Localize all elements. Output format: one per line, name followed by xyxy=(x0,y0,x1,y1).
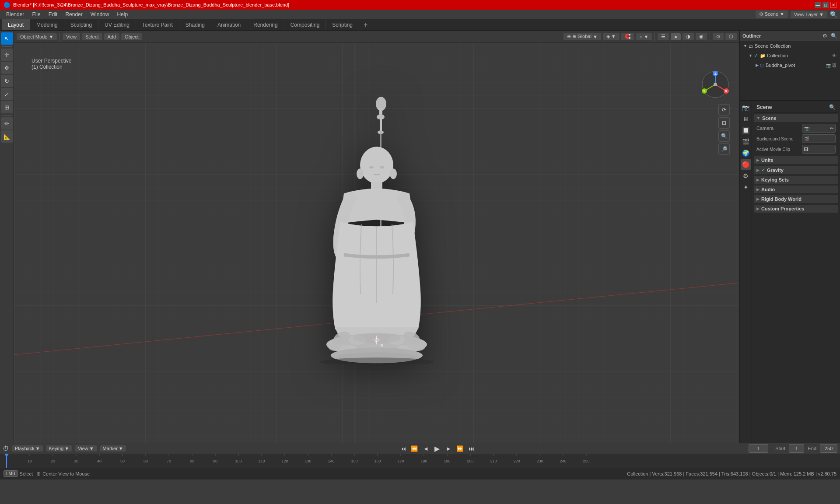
view-layer-dropdown[interactable]: View Layer ▼ xyxy=(791,11,827,18)
menu-help[interactable]: Help xyxy=(113,10,131,18)
3d-viewport[interactable]: User Perspective (1) Collection xyxy=(14,43,739,443)
audio-section: ▶ Audio xyxy=(754,186,838,193)
next-keyframe-button[interactable]: ⏩ xyxy=(455,444,465,452)
outliner-item-collection[interactable]: ▼ ✓ 📁 Collection 👁 xyxy=(740,51,840,60)
menu-blender[interactable]: Blender xyxy=(3,10,28,18)
ruler-svg: 1 10 20 30 40 50 60 70 80 xyxy=(0,454,840,468)
view-menu-button[interactable]: View ▼ xyxy=(75,445,97,452)
minimize-button[interactable]: — xyxy=(815,2,821,8)
custom-props-header[interactable]: ▶ Custom Properties xyxy=(754,205,838,213)
menu-render[interactable]: Render xyxy=(62,10,86,18)
maximize-button[interactable]: □ xyxy=(822,2,829,8)
render-props-icon[interactable]: 📷 xyxy=(741,102,751,113)
measure-tool-button[interactable]: 📐 xyxy=(1,130,13,143)
camera-field[interactable]: 📷 ✏ xyxy=(802,124,836,133)
jump-start-button[interactable]: ⏮ xyxy=(398,444,408,452)
transform-tool-button[interactable]: ⊞ xyxy=(1,101,13,113)
keying-sets-header[interactable]: ▶ Keying Sets xyxy=(754,176,838,184)
menu-file[interactable]: File xyxy=(28,10,44,18)
pivot-point-button[interactable]: ◈ ▼ xyxy=(603,33,620,40)
render-restrict-icon[interactable]: 🖼 xyxy=(832,63,836,68)
camera-edit-icon[interactable]: ✏ xyxy=(830,126,833,131)
scene-section-header[interactable]: ▼ Scene xyxy=(754,114,838,122)
snap-toggle-button[interactable]: 🧲 xyxy=(621,33,634,40)
view-layer-props-icon[interactable]: 🔲 xyxy=(741,125,751,136)
collection-vis-icon[interactable]: 👁 xyxy=(832,53,836,58)
current-frame-input[interactable] xyxy=(749,444,768,453)
props-search-icon[interactable]: 🔍 xyxy=(829,104,836,110)
outliner-search-icon[interactable]: 🔍 xyxy=(831,33,837,39)
annotate-tool-button[interactable]: ✏ xyxy=(1,117,13,130)
next-frame-button[interactable]: ► xyxy=(444,444,453,452)
world-props-icon[interactable]: 🌍 xyxy=(741,148,751,158)
outliner-filter-icon[interactable]: ⚙ xyxy=(822,33,827,39)
particles-props-icon[interactable]: ✦ xyxy=(741,182,751,192)
tab-texture-paint[interactable]: Texture Paint xyxy=(136,19,179,30)
tab-shading[interactable]: Shading xyxy=(179,19,211,30)
zoom-out-button[interactable]: 🔎 xyxy=(718,144,730,155)
close-button[interactable]: ✕ xyxy=(830,2,836,8)
units-section-header[interactable]: ▶ Units xyxy=(754,156,838,164)
transform-orientation-button[interactable]: ⊕ ⊕ Global ▼ xyxy=(564,33,601,40)
tab-sculpting[interactable]: Sculpting xyxy=(64,19,98,30)
search-btn[interactable]: 🔍 xyxy=(830,11,837,18)
cursor-tool-button[interactable]: ✛ xyxy=(1,49,13,61)
background-scene-field[interactable]: 🎬 xyxy=(802,134,836,143)
tab-modeling[interactable]: Modeling xyxy=(30,19,64,30)
scene-dropdown[interactable]: ⚙ Scene ▼ xyxy=(756,10,788,18)
jump-end-button[interactable]: ⏭ xyxy=(466,444,476,452)
perspective-ortho-button[interactable]: ⟳ xyxy=(718,104,730,116)
select-menu-button[interactable]: Select xyxy=(82,33,102,40)
outliner-item-buddha[interactable]: ▶ ⬡ Buddha_pivot 📷 🖼 xyxy=(740,60,840,70)
rotate-tool-button[interactable]: ↻ xyxy=(1,75,13,87)
add-workspace-button[interactable]: + xyxy=(359,19,372,30)
timeline-ruler[interactable]: 1 10 20 30 40 50 60 70 80 xyxy=(0,454,840,468)
prev-keyframe-button[interactable]: ⏪ xyxy=(410,444,419,452)
outliner-item-scene-collection[interactable]: ▼ 🗂 Scene Collection xyxy=(740,41,840,51)
shading-solid-button[interactable]: ● xyxy=(671,33,681,40)
gravity-section-header[interactable]: ▶ ✓ Gravity xyxy=(754,166,838,174)
viewport-overlay-button[interactable]: ⊙ xyxy=(713,33,724,40)
gravity-checkbox[interactable]: ✓ xyxy=(761,167,765,173)
play-button[interactable]: ▶ xyxy=(432,444,442,452)
shading-render-button[interactable]: ◉ xyxy=(696,33,707,40)
move-tool-button[interactable]: ✥ xyxy=(1,62,13,74)
xray-button[interactable]: ⬡ xyxy=(725,33,737,40)
end-frame-input[interactable] xyxy=(820,444,837,453)
tab-compositing[interactable]: Compositing xyxy=(284,19,326,30)
modifier-props-icon[interactable]: ⚙ xyxy=(741,171,751,181)
svg-text:60: 60 xyxy=(144,459,148,463)
output-props-icon[interactable]: 🖥 xyxy=(741,114,751,124)
tab-layout[interactable]: Layout xyxy=(2,19,30,30)
collection-checkbox[interactable]: ✓ xyxy=(754,52,758,59)
navigation-gizmo[interactable]: Z X Y xyxy=(700,69,731,100)
tab-uv-editing[interactable]: UV Editing xyxy=(98,19,136,30)
tab-rendering[interactable]: Rendering xyxy=(247,19,284,30)
shading-material-button[interactable]: ◑ xyxy=(682,33,694,40)
scene-props-icon[interactable]: 🎬 xyxy=(741,136,751,147)
view-menu-button[interactable]: View xyxy=(63,33,80,40)
select-tool-button[interactable]: ↖ xyxy=(1,32,13,45)
keying-menu-button[interactable]: Keying ▼ xyxy=(46,445,72,452)
object-props-icon[interactable]: 🔴 xyxy=(741,159,751,170)
playback-menu-button[interactable]: Playback ▼ xyxy=(12,445,43,452)
scale-tool-button[interactable]: ⤢ xyxy=(1,88,13,100)
menu-edit[interactable]: Edit xyxy=(45,10,61,18)
object-menu-button[interactable]: Object xyxy=(121,33,142,40)
active-clip-field[interactable]: 🎞 xyxy=(802,145,836,154)
shading-wire-button[interactable]: ☰ xyxy=(658,33,669,40)
prev-frame-button[interactable]: ◄ xyxy=(421,444,430,452)
camera-restrict-icon[interactable]: 📷 xyxy=(826,63,831,68)
proportional-edit-button[interactable]: ○ ▼ xyxy=(636,33,652,40)
start-frame-input[interactable] xyxy=(789,444,804,453)
add-menu-button[interactable]: Add xyxy=(104,33,120,40)
marker-menu-button[interactable]: Marker ▼ xyxy=(100,445,126,452)
local-global-button[interactable]: ⊡ xyxy=(718,117,730,129)
menu-window[interactable]: Window xyxy=(87,10,113,18)
tab-animation[interactable]: Animation xyxy=(211,19,247,30)
tab-scripting[interactable]: Scripting xyxy=(326,19,359,30)
mode-select-button[interactable]: Object Mode ▼ xyxy=(17,33,57,40)
rigid-body-header[interactable]: ▶ Rigid Body World xyxy=(754,195,838,203)
audio-section-header[interactable]: ▶ Audio xyxy=(754,186,838,193)
zoom-in-button[interactable]: 🔍 xyxy=(718,130,730,142)
